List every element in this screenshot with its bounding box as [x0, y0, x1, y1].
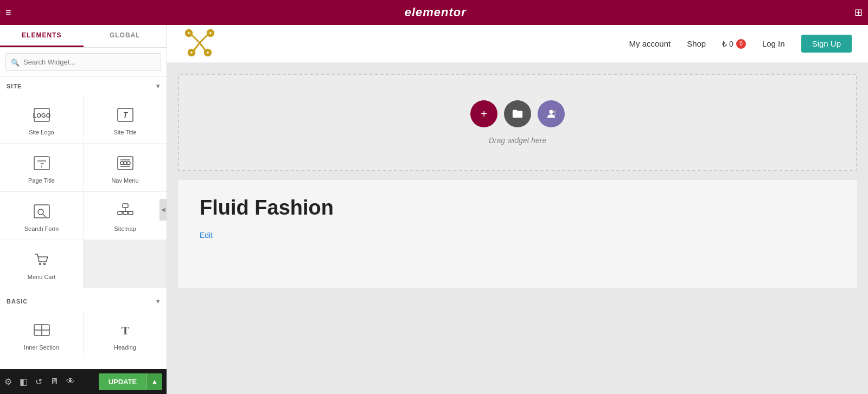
heading-icon: T [116, 320, 135, 340]
grid-icon[interactable]: ⊞ [854, 7, 863, 18]
svg-rect-16 [123, 204, 128, 208]
widget-label-sitemap: Sitemap [114, 225, 136, 232]
svg-point-25 [43, 263, 45, 265]
search-container: 🔍 [0, 48, 167, 77]
chevron-down-icon-basic: ▾ [156, 298, 160, 305]
svg-point-39 [209, 31, 212, 35]
add-widget-button[interactable]: + [470, 100, 497, 127]
svg-point-41 [206, 51, 209, 54]
svg-point-8 [120, 162, 124, 165]
nav-menu-icon [116, 153, 135, 173]
svg-rect-18 [123, 211, 127, 215]
svg-line-15 [43, 214, 46, 217]
svg-point-9 [124, 162, 127, 165]
widget-label-menu-cart: Menu Cart [28, 274, 55, 280]
canvas: My account Shop ₺ 0 0 Log In Sign Up + [167, 25, 868, 394]
cart-area: ₺ 0 0 [722, 39, 746, 49]
widget-label-site-title: Site Title [113, 129, 136, 135]
tab-global[interactable]: GLOBAL [84, 25, 167, 47]
widget-search-form[interactable]: Search Form [0, 192, 83, 240]
widget-inner-section[interactable]: Inner Section [0, 311, 83, 358]
widget-sitemap[interactable]: Sitemap [84, 192, 167, 240]
search-input[interactable] [5, 53, 161, 71]
cart-label: ₺ 0 [722, 40, 733, 48]
folder-button[interactable] [504, 100, 531, 127]
gear-icon[interactable]: ⚙ [4, 377, 12, 387]
search-icon: 🔍 [11, 58, 20, 66]
search-form-icon [32, 202, 52, 221]
user-button[interactable] [538, 100, 565, 127]
section-label-site: SITE [7, 83, 22, 89]
website-nav: My account Shop ₺ 0 0 Log In Sign Up [629, 35, 852, 53]
widget-menu-cart[interactable]: Menu Cart [0, 240, 83, 288]
main-layout: ELEMENTS GLOBAL 🔍 SITE ▾ LOGO [0, 25, 868, 394]
drop-zone: + Drag widge [178, 74, 857, 171]
user-icon [545, 108, 557, 120]
menu-cart-icon [32, 250, 52, 269]
widget-label-inner-section: Inner Section [24, 344, 59, 351]
update-arrow-button[interactable]: ▲ [146, 373, 162, 390]
basic-widget-grid: Inner Section T Heading [0, 311, 167, 358]
search-wrapper: 🔍 [5, 53, 161, 71]
page-title-icon: T [32, 153, 52, 173]
drag-widget-text: Drag widget here [489, 136, 547, 145]
canvas-body: + Drag widge [167, 63, 868, 394]
eye-icon[interactable]: 👁 [66, 377, 75, 386]
svg-rect-13 [34, 205, 49, 218]
history-icon[interactable]: ↺ [35, 377, 42, 387]
inner-section-icon [32, 320, 52, 340]
edit-link[interactable]: Edit [200, 231, 213, 240]
nav-my-account[interactable]: My account [629, 39, 671, 48]
svg-text:T: T [123, 111, 128, 119]
site-title-display: Fluid Fashion [200, 196, 835, 219]
widget-site-title[interactable]: T Site Title [84, 95, 167, 143]
scissors-logo-icon [183, 27, 216, 59]
tab-elements[interactable]: ELEMENTS [0, 25, 84, 47]
layers-icon[interactable]: ◧ [20, 377, 28, 387]
section-header-site[interactable]: SITE ▾ [0, 77, 167, 95]
drop-buttons: + [470, 100, 565, 127]
sidebar-content: SITE ▾ LOGO Site Logo T [0, 77, 167, 369]
svg-rect-7 [118, 157, 133, 170]
widget-label-page-title: Page Title [28, 177, 55, 184]
svg-text:T: T [40, 163, 43, 169]
widget-nav-menu[interactable]: Nav Menu [84, 144, 167, 191]
chevron-down-icon: ▾ [156, 82, 160, 90]
svg-point-42 [549, 110, 553, 114]
svg-rect-19 [129, 211, 133, 215]
widget-site-logo[interactable]: LOGO Site Logo [0, 95, 83, 143]
svg-point-43 [553, 111, 556, 114]
folder-icon [512, 108, 524, 120]
site-logo-icon: LOGO [32, 105, 52, 125]
svg-point-40 [190, 51, 193, 54]
svg-text:LOGO: LOGO [33, 112, 50, 119]
widget-label-heading: Heading [114, 344, 136, 351]
monitor-icon[interactable]: 🖥 [50, 377, 59, 386]
widget-page-title[interactable]: T Page Title [0, 144, 83, 191]
widget-label-site-logo: Site Logo [29, 129, 54, 135]
widget-label-search-form: Search Form [24, 225, 59, 232]
content-section: Fluid Fashion Edit [178, 180, 857, 288]
cart-badge: 0 [736, 39, 746, 49]
nav-shop[interactable]: Shop [687, 39, 706, 48]
widget-label-nav-menu: Nav Menu [111, 177, 138, 184]
website-logo-area [183, 27, 216, 61]
widget-heading[interactable]: T Heading [84, 311, 167, 358]
svg-text:T: T [121, 324, 129, 337]
svg-point-14 [38, 209, 43, 215]
site-widget-grid: LOGO Site Logo T Site Title [0, 95, 167, 288]
signup-button[interactable]: Sign Up [801, 35, 852, 53]
hamburger-icon[interactable]: ≡ [5, 7, 11, 18]
top-bar: ≡ elementor ⊞ [0, 0, 868, 25]
login-button[interactable]: Log In [762, 39, 785, 48]
svg-point-10 [127, 162, 130, 165]
site-title-icon: T [116, 105, 135, 125]
website-header: My account Shop ₺ 0 0 Log In Sign Up [167, 25, 868, 63]
sitemap-icon [116, 202, 135, 221]
sidebar-tabs: ELEMENTS GLOBAL [0, 25, 167, 48]
collapse-handle[interactable]: ◀ [159, 199, 167, 221]
svg-rect-17 [118, 211, 122, 215]
elementor-logo: elementor [17, 5, 854, 20]
section-header-basic[interactable]: BASIC ▾ [0, 292, 167, 311]
update-button[interactable]: UPDATE [99, 373, 146, 390]
